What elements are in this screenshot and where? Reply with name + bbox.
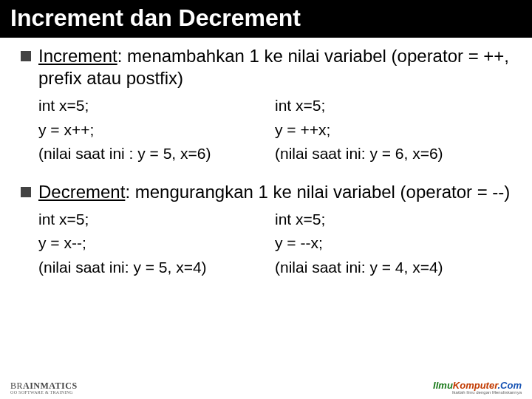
footer: BRAINMATICS OO SOFTWARE & TRAINING IlmuK… bbox=[0, 381, 532, 395]
definition-text: : mengurangkan 1 ke nilai variabel (oper… bbox=[125, 182, 510, 202]
term-decrement: Decrement bbox=[38, 182, 125, 202]
code-line: int x=5; bbox=[38, 208, 275, 232]
code-line: int x=5; bbox=[38, 94, 275, 118]
slide-title: Increment dan Decrement bbox=[0, 0, 532, 38]
example-right: int x=5; y = --x; (nilai saat ini: y = 4… bbox=[275, 208, 511, 280]
square-bullet-icon bbox=[21, 51, 31, 61]
brand-lead: BR bbox=[10, 381, 23, 391]
examples-row: int x=5; y = x--; (nilai saat ini: y = 5… bbox=[21, 208, 511, 280]
example-right: int x=5; y = ++x; (nilai saat ini: y = 6… bbox=[275, 94, 511, 166]
square-bullet-icon bbox=[21, 187, 31, 197]
brand-tagline: OO SOFTWARE & TRAINING bbox=[10, 390, 78, 395]
bullet-row: Decrement: mengurangkan 1 ke nilai varia… bbox=[21, 181, 511, 203]
code-line: (nilai saat ini: y = 6, x=6) bbox=[275, 142, 511, 166]
slide-content: Increment: menambahkan 1 ke nilai variab… bbox=[0, 38, 532, 279]
code-line: y = x++; bbox=[38, 118, 275, 143]
bullet-text: Increment: menambahkan 1 ke nilai variab… bbox=[38, 45, 511, 89]
code-line: y = ++x; bbox=[275, 118, 511, 143]
bullet-row: Increment: menambahkan 1 ke nilai variab… bbox=[21, 45, 511, 89]
examples-row: int x=5; y = x++; (nilai saat ini : y = … bbox=[21, 94, 511, 166]
example-left: int x=5; y = x++; (nilai saat ini : y = … bbox=[38, 94, 275, 166]
code-line: (nilai saat ini : y = 5, x=6) bbox=[38, 142, 275, 166]
increment-section: Increment: menambahkan 1 ke nilai variab… bbox=[21, 45, 511, 166]
example-left: int x=5; y = x--; (nilai saat ini: y = 5… bbox=[38, 208, 275, 280]
code-line: (nilai saat ini: y = 4, x=4) bbox=[275, 256, 511, 280]
code-line: int x=5; bbox=[275, 94, 511, 118]
code-line: (nilai saat ini: y = 5, x=4) bbox=[38, 256, 275, 280]
code-line: y = --x; bbox=[275, 231, 511, 256]
brand-rest: AINMATICS bbox=[23, 381, 78, 391]
footer-right-logo: IlmuKomputer.Com Ikatlah Ilmu dengan Men… bbox=[433, 381, 522, 395]
code-line: y = x--; bbox=[38, 231, 275, 256]
brand-part2: Komputer bbox=[453, 380, 498, 391]
decrement-section: Decrement: mengurangkan 1 ke nilai varia… bbox=[21, 181, 511, 280]
term-increment: Increment bbox=[38, 46, 117, 66]
code-line: int x=5; bbox=[275, 208, 511, 232]
footer-left-logo: BRAINMATICS OO SOFTWARE & TRAINING bbox=[10, 381, 78, 395]
bullet-text: Decrement: mengurangkan 1 ke nilai varia… bbox=[38, 181, 510, 203]
brand-part1: Ilmu bbox=[433, 380, 453, 391]
brand-part3: .Com bbox=[498, 380, 522, 391]
